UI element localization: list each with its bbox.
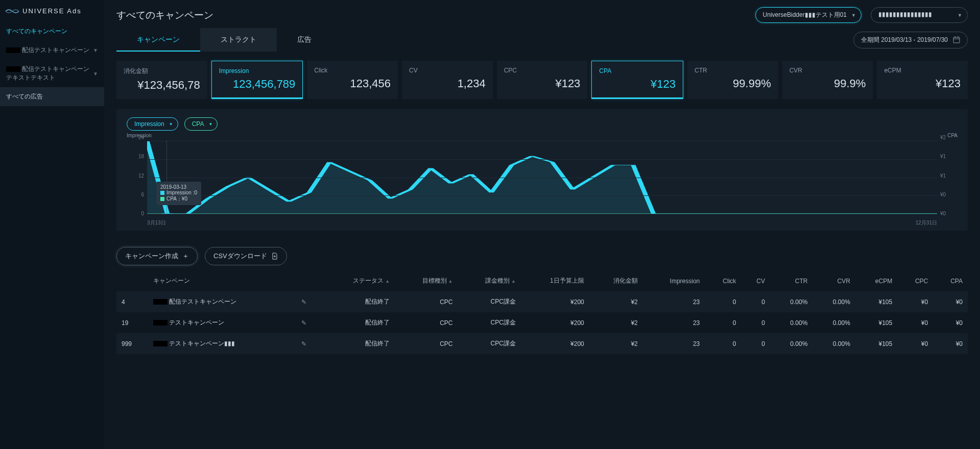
top-bar: すべてのキャンペーン UniverseBidder▮▮▮テスト用01 ▼ ▮▮▮… — [104, 0, 980, 28]
metric-value: 123,456 — [314, 77, 391, 90]
chart-tooltip: 2019-03-13 Impression :0 CPA：¥0 — [156, 182, 201, 205]
table-body: 4配信テストキャンペーン✎配信終了CPCCPC課金¥200¥223000.00%… — [116, 291, 968, 354]
metric-label: CVR — [790, 67, 866, 74]
col-10[interactable]: CV — [741, 270, 770, 291]
metric-card-impression[interactable]: Impression123,456,789 — [211, 61, 303, 99]
metric-card-cpc[interactable]: CPC¥123 — [497, 61, 588, 99]
date-range-picker[interactable]: 全期間 2019/03/13 - 2019/07/30 — [853, 32, 968, 48]
col-13[interactable]: eCPM — [855, 270, 897, 291]
metric-card-cvr[interactable]: CVR99.9% — [782, 61, 873, 99]
col-8[interactable]: Impression — [643, 270, 705, 291]
y-right-ticks: ¥2¥1¥1¥0¥0 — [940, 135, 958, 216]
top-selectors: UniverseBidder▮▮▮テスト用01 ▼ ▮▮▮▮▮▮▮▮▮▮▮▮▮▮… — [755, 7, 968, 23]
col-11[interactable]: CTR — [770, 270, 812, 291]
chevron-down-icon: ▼ — [851, 13, 856, 18]
sidebar-item-label: すべての広告 — [6, 92, 43, 101]
tab-label: ストラクト — [221, 35, 256, 43]
tab-ads[interactable]: 広告 — [277, 28, 332, 52]
col-4[interactable]: 目標種別▲ — [395, 270, 458, 291]
table-header-row: キャンペーンステータス▲目標種別▲課金種別▲1日予算上限消化金額Impressi… — [116, 270, 968, 291]
x-labels: 3月13日 12月31日 — [147, 219, 937, 227]
metric-value: 99.99% — [695, 77, 771, 90]
date-range-label: 全期間 2019/03/13 - 2019/07/30 — [861, 36, 948, 44]
y-left-ticks: 24181260 — [127, 135, 144, 216]
tab-struct[interactable]: ストラクト — [200, 28, 277, 52]
table-row[interactable]: 4配信テストキャンペーン✎配信終了CPCCPC課金¥200¥223000.00%… — [116, 291, 968, 312]
page-title: すべてのキャンペーン — [116, 9, 213, 22]
sidebar-item-all-ads[interactable]: すべての広告 — [0, 87, 104, 106]
sidebar: UNIVERSE Ads すべてのキャンペーン 配信テストキャンペーン ▼ 配信… — [0, 0, 104, 449]
tooltip-line-1: Impression :0 — [166, 190, 197, 195]
col-5[interactable]: 課金種別▲ — [458, 270, 520, 291]
chevron-down-icon: ▼ — [169, 122, 173, 127]
col-2 — [292, 270, 322, 291]
chart-controls: Impression ▼ CPA ▼ — [127, 117, 958, 131]
metric-card-cpa[interactable]: CPA¥123 — [591, 61, 683, 99]
metric-label: CTR — [695, 67, 771, 74]
sidebar-item-label: 配信テストキャンペーン — [6, 46, 89, 55]
col-1[interactable]: キャンペーン — [148, 270, 293, 291]
chevron-down-icon: ▼ — [93, 71, 98, 77]
tabs-row: キャンペーン ストラクト 広告 全期間 2019/03/13 - 2019/07… — [104, 28, 980, 52]
metric-label: CV — [409, 67, 486, 74]
x-label-start: 3月13日 — [147, 219, 166, 227]
plus-icon: ＋ — [182, 252, 189, 261]
edit-icon[interactable]: ✎ — [301, 319, 306, 327]
edit-icon[interactable]: ✎ — [301, 298, 306, 306]
svg-rect-0 — [953, 37, 960, 43]
sidebar-item-campaign-2[interactable]: 配信テストキャンペーンテキストテキスト ▼ — [0, 60, 104, 87]
chevron-down-icon: ▼ — [958, 13, 962, 18]
edit-icon[interactable]: ✎ — [301, 340, 306, 347]
logo-icon — [5, 8, 19, 15]
sidebar-item-campaign-1[interactable]: 配信テストキャンペーン ▼ — [0, 41, 104, 60]
tooltip-line-2: CPA：¥0 — [166, 196, 187, 202]
metric-card-click[interactable]: Click123,456 — [307, 61, 398, 99]
metric-value: ¥123,456,78 — [124, 79, 200, 92]
chip-label: CPA — [192, 120, 204, 128]
tabs: キャンペーン ストラクト 広告 — [116, 28, 332, 52]
metrics-row: 消化金額¥123,456,78Impression123,456,789Clic… — [104, 52, 980, 103]
tab-campaign[interactable]: キャンペーン — [116, 28, 200, 52]
col-3[interactable]: ステータス▲ — [322, 270, 395, 291]
metric-label: Click — [314, 67, 391, 74]
tab-label: キャンペーン — [137, 35, 180, 43]
col-9[interactable]: Click — [705, 270, 741, 291]
chart-series-a-selector[interactable]: Impression ▼ — [127, 117, 178, 131]
button-label: CSVダウンロード — [213, 252, 267, 261]
metric-card-cv[interactable]: CV1,234 — [402, 61, 493, 99]
metric-value: 1,234 — [409, 77, 486, 90]
csv-download-button[interactable]: CSVダウンロード — [205, 247, 287, 265]
create-campaign-button[interactable]: キャンペーン作成 ＋ — [116, 247, 198, 265]
metric-value: ¥123 — [884, 77, 961, 90]
col-6[interactable]: 1日予算上限 — [521, 270, 589, 291]
chevron-down-icon: ▼ — [209, 122, 213, 127]
sidebar-item-all-campaigns[interactable]: すべてのキャンペーン — [0, 22, 104, 41]
chart-series-b-selector[interactable]: CPA ▼ — [184, 117, 218, 131]
col-15[interactable]: CPA — [933, 270, 968, 291]
table-row[interactable]: 999テストキャンペーン▮▮▮✎配信終了CPCCPC課金¥200¥223000.… — [116, 333, 968, 354]
logo: UNIVERSE Ads — [0, 0, 104, 22]
metric-card-消化金額[interactable]: 消化金額¥123,456,78 — [116, 61, 207, 99]
metric-value: ¥123 — [599, 78, 676, 91]
chart-area: Impression CPA 24181260 ¥2¥1¥1¥0¥0 2019-… — [127, 135, 958, 227]
chip-label: Impression — [134, 120, 164, 128]
col-12[interactable]: CVR — [812, 270, 855, 291]
brand-text: UNIVERSE Ads — [22, 7, 82, 15]
metric-label: eCPM — [884, 67, 961, 74]
col-7[interactable]: 消化金額 — [589, 270, 643, 291]
metric-value: 123,456,789 — [219, 78, 296, 91]
table-row[interactable]: 19テストキャンペーン✎配信終了CPCCPC課金¥200¥223000.00%0… — [116, 312, 968, 333]
chart-plot[interactable] — [147, 141, 937, 214]
metric-card-ctr[interactable]: CTR99.99% — [687, 61, 778, 99]
secondary-selector[interactable]: ▮▮▮▮▮▮▮▮▮▮▮▮▮▮▮ ▼ — [871, 7, 968, 23]
account-selector[interactable]: UniverseBidder▮▮▮テスト用01 ▼ — [755, 7, 862, 23]
metric-card-ecpm[interactable]: eCPM¥123 — [877, 61, 968, 99]
x-label-end: 12月31日 — [916, 219, 937, 227]
actions-row: キャンペーン作成 ＋ CSVダウンロード — [104, 237, 980, 270]
metric-value: 99.9% — [790, 77, 866, 90]
campaigns-table: キャンペーンステータス▲目標種別▲課金種別▲1日予算上限消化金額Impressi… — [116, 270, 968, 354]
metric-label: CPA — [599, 67, 676, 74]
col-14[interactable]: CPC — [897, 270, 933, 291]
secondary-selector-label: ▮▮▮▮▮▮▮▮▮▮▮▮▮▮▮ — [878, 11, 932, 18]
metric-value: ¥123 — [504, 77, 581, 90]
